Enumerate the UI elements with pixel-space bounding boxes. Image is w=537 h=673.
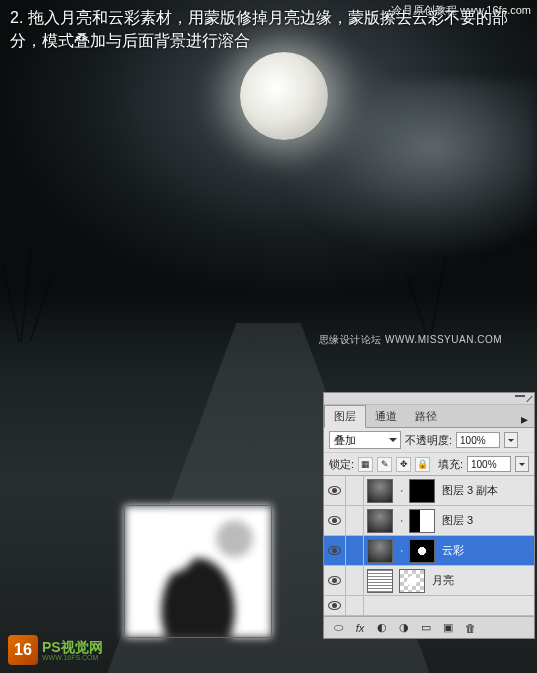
link-layers-icon[interactable]: ⬭	[330, 621, 346, 635]
watermark: 思缘设计论坛 WWW.MISSYUAN.COM	[319, 333, 502, 347]
new-layer-icon[interactable]: ▣	[440, 621, 456, 635]
delete-layer-icon[interactable]: 🗑	[462, 621, 478, 635]
opacity-value[interactable]: 100%	[456, 432, 500, 448]
mask-link-icon[interactable]: ⬞	[396, 546, 406, 556]
fill-label: 填充:	[438, 457, 463, 472]
lock-label: 锁定:	[329, 457, 354, 472]
link-cell[interactable]	[346, 536, 364, 565]
opacity-arrow-icon[interactable]	[504, 432, 518, 448]
tree-right	[407, 243, 477, 343]
link-cell[interactable]	[346, 596, 364, 615]
eye-icon	[328, 601, 341, 610]
moon	[240, 52, 328, 140]
link-cell[interactable]	[346, 476, 364, 505]
close-icon[interactable]	[526, 396, 532, 402]
mask-thumb[interactable]	[409, 539, 435, 563]
eye-icon	[328, 546, 341, 555]
add-mask-icon[interactable]: ◐	[374, 621, 390, 635]
visibility-toggle[interactable]	[324, 596, 346, 615]
visibility-toggle[interactable]	[324, 566, 346, 595]
logo-badge: 16	[8, 635, 38, 665]
eye-icon	[328, 486, 341, 495]
layer-row[interactable]: ⬞ 图层 3	[324, 506, 534, 536]
layers-panel: 图层 通道 路径 ▸ 叠加 不透明度: 100% 锁定: ▦ ✎ ✥ 🔒 填充:…	[323, 392, 535, 639]
layer-thumb[interactable]	[367, 569, 393, 593]
layer-row[interactable]: 月亮	[324, 566, 534, 596]
mask-thumb[interactable]	[409, 509, 435, 533]
layer-row[interactable]: ⬞ 图层 3 副本	[324, 476, 534, 506]
minimize-icon[interactable]	[515, 395, 525, 397]
fill-arrow-icon[interactable]	[515, 456, 529, 472]
link-cell[interactable]	[346, 566, 364, 595]
tab-layers[interactable]: 图层	[324, 405, 366, 428]
lock-all-icon[interactable]: 🔒	[415, 457, 430, 472]
tab-paths[interactable]: 路径	[406, 406, 446, 427]
logo-url: WWW.16FS.COM	[42, 654, 103, 661]
layer-name[interactable]: 月亮	[428, 573, 454, 588]
lock-row: 锁定: ▦ ✎ ✥ 🔒 填充: 100%	[324, 453, 534, 476]
visibility-toggle[interactable]	[324, 476, 346, 505]
lock-transparency-icon[interactable]: ▦	[358, 457, 373, 472]
mask-link-icon[interactable]: ⬞	[396, 516, 406, 526]
layer-row[interactable]: ⬞ 云彩	[324, 536, 534, 566]
layer-fx-icon[interactable]: fx	[352, 621, 368, 635]
panel-controls	[324, 393, 534, 405]
layer-name[interactable]: 图层 3	[438, 513, 473, 528]
mask-thumb[interactable]	[409, 479, 435, 503]
adjustment-layer-icon[interactable]: ◑	[396, 621, 412, 635]
lock-paint-icon[interactable]: ✎	[377, 457, 392, 472]
layer-name[interactable]: 云彩	[438, 543, 464, 558]
layer-name[interactable]: 图层 3 副本	[438, 483, 498, 498]
layer-thumb[interactable]	[367, 539, 393, 563]
link-cell[interactable]	[346, 506, 364, 535]
visibility-toggle[interactable]	[324, 536, 346, 565]
blend-mode-select[interactable]: 叠加	[329, 431, 401, 449]
fill-value[interactable]: 100%	[467, 456, 511, 472]
layer-row[interactable]	[324, 596, 534, 616]
panel-tabs: 图层 通道 路径 ▸	[324, 405, 534, 428]
layer-thumb-2[interactable]	[399, 569, 425, 593]
eye-icon	[328, 576, 341, 585]
mask-preview	[124, 505, 272, 638]
visibility-toggle[interactable]	[324, 506, 346, 535]
tab-channels[interactable]: 通道	[366, 406, 406, 427]
mask-link-icon[interactable]: ⬞	[396, 486, 406, 496]
panel-bottom-bar: ⬭ fx ◐ ◑ ▭ ▣ 🗑	[324, 616, 534, 638]
layers-list: ⬞ 图层 3 副本 ⬞ 图层 3 ⬞ 云彩 月亮	[324, 476, 534, 616]
tree-left	[0, 243, 70, 343]
blend-row: 叠加 不透明度: 100%	[324, 428, 534, 453]
logo-title: PS视觉网	[42, 640, 103, 654]
layer-thumb[interactable]	[367, 479, 393, 503]
layer-thumb[interactable]	[367, 509, 393, 533]
panel-menu-icon[interactable]: ▸	[515, 411, 534, 427]
site-logo: 16 PS视觉网 WWW.16FS.COM	[8, 635, 103, 665]
instruction-text: 2. 拖入月亮和云彩素材，用蒙版修掉月亮边缘，蒙版擦去云彩不要的部分，模式叠加与…	[10, 6, 527, 52]
lock-move-icon[interactable]: ✥	[396, 457, 411, 472]
eye-icon	[328, 516, 341, 525]
new-group-icon[interactable]: ▭	[418, 621, 434, 635]
opacity-label: 不透明度:	[405, 433, 452, 448]
